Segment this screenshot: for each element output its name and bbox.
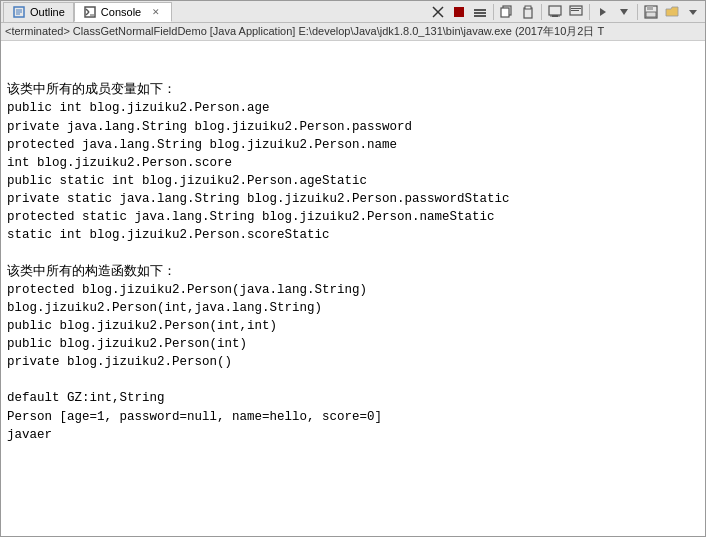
tab-console-label: Console xyxy=(101,6,141,18)
console-line: protected java.lang.String blog.jizuiku2… xyxy=(7,136,699,154)
svg-rect-22 xyxy=(571,8,581,9)
svg-rect-10 xyxy=(454,7,464,17)
console-line: static int blog.jizuiku2.Person.scoreSta… xyxy=(7,226,699,244)
paste-button[interactable] xyxy=(518,2,538,22)
save-button[interactable] xyxy=(641,2,661,22)
console-toolbar xyxy=(428,2,703,22)
svg-rect-12 xyxy=(474,12,486,14)
console-line: javaer xyxy=(7,426,699,444)
separator-1 xyxy=(493,4,494,20)
console-empty-line xyxy=(7,371,699,389)
console-line: public blog.jizuiku2.Person(int) xyxy=(7,335,699,353)
separator-2 xyxy=(541,4,542,20)
console-line: public blog.jizuiku2.Person(int,int) xyxy=(7,317,699,335)
console-empty-line xyxy=(7,244,699,262)
console-line: private static java.lang.String blog.jiz… xyxy=(7,190,699,208)
console-icon xyxy=(83,5,97,19)
svg-rect-23 xyxy=(571,10,579,11)
console-line: protected blog.jizuiku2.Person(java.lang… xyxy=(7,281,699,299)
status-bar: <terminated> ClassGetNormalFieldDemo [Ja… xyxy=(1,23,705,41)
nav-down-button[interactable] xyxy=(614,2,634,22)
monitor1-button[interactable] xyxy=(545,2,565,22)
console-output[interactable]: 该类中所有的成员变量如下：public int blog.jizuiku2.Pe… xyxy=(1,41,705,536)
console-line: public int blog.jizuiku2.Person.age xyxy=(7,99,699,117)
svg-line-5 xyxy=(86,9,89,12)
svg-rect-28 xyxy=(646,12,656,17)
console-line: int blog.jizuiku2.Person.score xyxy=(7,154,699,172)
eclipse-console-window: Outline Console ✕ xyxy=(0,0,706,537)
monitor2-button[interactable] xyxy=(566,2,586,22)
svg-rect-11 xyxy=(474,9,486,11)
console-line: 该类中所有的构造函数如下： xyxy=(7,263,699,281)
console-line: blog.jizuiku2.Person(int,java.lang.Strin… xyxy=(7,299,699,317)
copy-button[interactable] xyxy=(497,2,517,22)
separator-4 xyxy=(637,4,638,20)
console-line: private blog.jizuiku2.Person() xyxy=(7,353,699,371)
more-button[interactable] xyxy=(683,2,703,22)
tab-outline[interactable]: Outline xyxy=(3,2,74,22)
console-line: private java.lang.String blog.jizuiku2.P… xyxy=(7,118,699,136)
status-text: <terminated> ClassGetNormalFieldDemo [Ja… xyxy=(5,24,604,39)
tool-button[interactable] xyxy=(470,2,490,22)
clear-console-button[interactable] xyxy=(428,2,448,22)
console-line: default GZ:int,String xyxy=(7,389,699,407)
svg-marker-25 xyxy=(620,9,628,15)
tab-outline-label: Outline xyxy=(30,6,65,18)
console-line: protected static java.lang.String blog.j… xyxy=(7,208,699,226)
svg-marker-29 xyxy=(689,10,697,15)
console-line: public static int blog.jizuiku2.Person.a… xyxy=(7,172,699,190)
svg-rect-27 xyxy=(647,6,653,10)
svg-line-6 xyxy=(86,12,89,15)
svg-rect-15 xyxy=(501,8,509,17)
terminate-button[interactable] xyxy=(449,2,469,22)
tab-console[interactable]: Console ✕ xyxy=(74,2,172,22)
outline-icon xyxy=(12,5,26,19)
svg-rect-18 xyxy=(549,6,561,15)
tab-bar: Outline Console ✕ xyxy=(1,1,705,23)
open-button[interactable] xyxy=(662,2,682,22)
console-line: 该类中所有的成员变量如下： xyxy=(7,81,699,99)
svg-rect-13 xyxy=(474,15,486,17)
separator-3 xyxy=(589,4,590,20)
svg-rect-17 xyxy=(525,6,531,9)
console-line: Person [age=1, password=null, name=hello… xyxy=(7,408,699,426)
svg-marker-24 xyxy=(600,8,606,16)
close-tab-icon[interactable]: ✕ xyxy=(149,5,163,19)
nav-right-button[interactable] xyxy=(593,2,613,22)
